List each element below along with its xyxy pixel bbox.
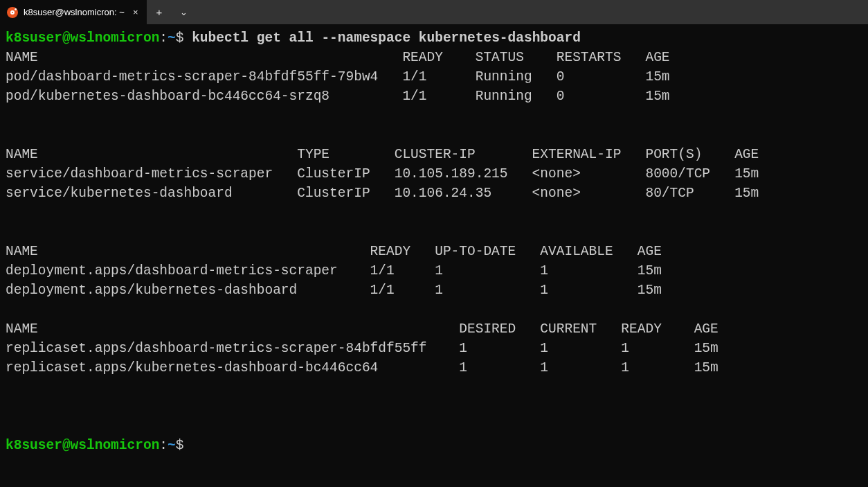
tab-title: k8suser@wslnomicron: ~ [24,3,125,22]
table-header: NAME DESIRED CURRENT READY AGE [6,321,718,337]
window-titlebar: k8suser@wslnomicron: ~ × + ⌄ [0,0,868,24]
replicaset-row: replicaset.apps/kubernetes-dashboard-bc4… [6,360,718,375]
close-tab-icon[interactable]: × [130,3,141,22]
replicaset-row: replicaset.apps/dashboard-metrics-scrape… [6,341,718,356]
table-header: NAME READY STATUS RESTARTS AGE [6,50,670,65]
terminal-output[interactable]: k8suser@wslnomicron:~$ kubectl get all -… [0,24,868,461]
deployment-row: deployment.apps/dashboard-metrics-scrape… [6,263,662,278]
deployment-row: deployment.apps/kubernetes-dashboard 1/1… [6,283,662,298]
prompt-cwd: ~ [168,438,176,453]
pod-row: pod/dashboard-metrics-scraper-84bfdf55ff… [6,69,670,85]
service-row: service/kubernetes-dashboard ClusterIP 1… [6,186,759,201]
table-header: NAME TYPE CLUSTER-IP EXTERNAL-IP PORT(S)… [6,147,759,162]
prompt-sigil: $ [176,438,184,453]
terminal-tab[interactable]: k8suser@wslnomicron: ~ × [0,0,147,24]
prompt-user-host: k8suser@wslnomicron [6,30,159,46]
prompt-user-host: k8suser@wslnomicron [6,438,159,453]
prompt-sigil: $ [176,30,184,46]
prompt-sep: : [159,438,168,453]
new-tab-button[interactable]: + [147,0,172,24]
service-row: service/dashboard-metrics-scraper Cluste… [6,166,759,181]
tab-dropdown-button[interactable]: ⌄ [172,0,197,24]
prompt-sep: : [159,30,168,46]
prompt-cwd: ~ [168,30,176,46]
command-text: kubectl get all --namespace kubernetes-d… [192,30,581,46]
table-header: NAME READY UP-TO-DATE AVAILABLE AGE [6,244,662,259]
ubuntu-icon [7,7,18,18]
pod-row: pod/kubernetes-dashboard-bc446cc64-srzq8… [6,89,670,104]
